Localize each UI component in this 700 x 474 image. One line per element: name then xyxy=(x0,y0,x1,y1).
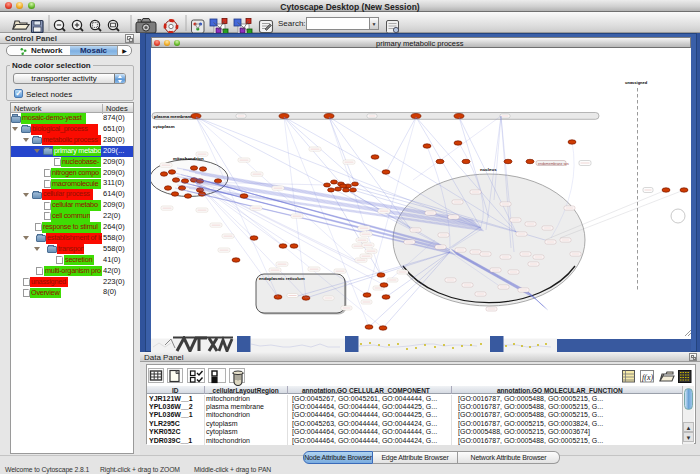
svg-text:mitochondrion: mitochondrion xyxy=(173,156,204,161)
svg-text:unassigned: unassigned xyxy=(625,80,648,85)
svg-text:nucleus: nucleus xyxy=(480,167,497,172)
svg-text:f(x): f(x) xyxy=(642,373,653,382)
svg-text:endomembrane sys: endomembrane sys xyxy=(538,162,569,166)
svg-text:plasma membrane: plasma membrane xyxy=(154,114,193,119)
svg-text:cytoplasm: cytoplasm xyxy=(153,124,175,129)
